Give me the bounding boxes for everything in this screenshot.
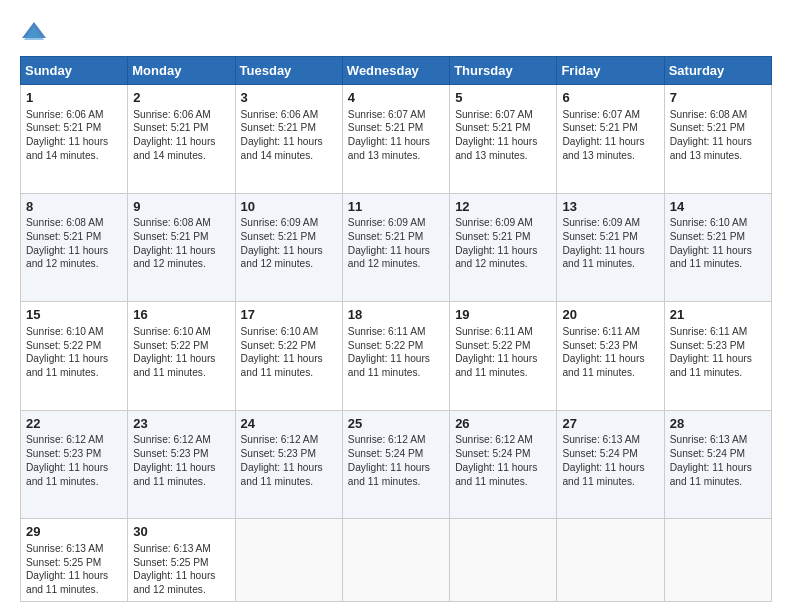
day-number: 16: [133, 306, 229, 324]
sunrise-label: Sunrise: 6:11 AM: [348, 326, 426, 337]
sunrise-label: Sunrise: 6:07 AM: [562, 109, 640, 120]
sunrise-label: Sunrise: 6:09 AM: [455, 217, 533, 228]
calendar-cell: 28Sunrise: 6:13 AMSunset: 5:24 PMDayligh…: [664, 410, 771, 519]
daylight-label: Daylight: 11 hours and 14 minutes.: [241, 136, 323, 161]
calendar-cell: 30Sunrise: 6:13 AMSunset: 5:25 PMDayligh…: [128, 519, 235, 602]
sunset-label: Sunset: 5:24 PM: [562, 448, 637, 459]
sunrise-label: Sunrise: 6:09 AM: [241, 217, 319, 228]
day-number: 11: [348, 198, 444, 216]
day-number: 4: [348, 89, 444, 107]
calendar-cell: 4Sunrise: 6:07 AMSunset: 5:21 PMDaylight…: [342, 85, 449, 194]
day-number: 13: [562, 198, 658, 216]
calendar-cell: 2Sunrise: 6:06 AMSunset: 5:21 PMDaylight…: [128, 85, 235, 194]
sunset-label: Sunset: 5:23 PM: [670, 340, 745, 351]
weekday-header-saturday: Saturday: [664, 57, 771, 85]
weekday-header-row: SundayMondayTuesdayWednesdayThursdayFrid…: [21, 57, 772, 85]
calendar-week-4: 22Sunrise: 6:12 AMSunset: 5:23 PMDayligh…: [21, 410, 772, 519]
daylight-label: Daylight: 11 hours and 12 minutes.: [133, 570, 215, 595]
day-number: 19: [455, 306, 551, 324]
day-number: 15: [26, 306, 122, 324]
day-number: 27: [562, 415, 658, 433]
day-number: 18: [348, 306, 444, 324]
daylight-label: Daylight: 11 hours and 11 minutes.: [562, 462, 644, 487]
daylight-label: Daylight: 11 hours and 13 minutes.: [455, 136, 537, 161]
daylight-label: Daylight: 11 hours and 11 minutes.: [670, 353, 752, 378]
sunset-label: Sunset: 5:21 PM: [26, 231, 101, 242]
calendar-cell: 12Sunrise: 6:09 AMSunset: 5:21 PMDayligh…: [450, 193, 557, 302]
logo-icon: [20, 18, 48, 46]
sunset-label: Sunset: 5:21 PM: [670, 231, 745, 242]
day-number: 30: [133, 523, 229, 541]
sunrise-label: Sunrise: 6:12 AM: [133, 434, 211, 445]
daylight-label: Daylight: 11 hours and 12 minutes.: [455, 245, 537, 270]
day-number: 12: [455, 198, 551, 216]
sunset-label: Sunset: 5:23 PM: [133, 448, 208, 459]
calendar-week-1: 1Sunrise: 6:06 AMSunset: 5:21 PMDaylight…: [21, 85, 772, 194]
daylight-label: Daylight: 11 hours and 11 minutes.: [26, 570, 108, 595]
calendar-week-2: 8Sunrise: 6:08 AMSunset: 5:21 PMDaylight…: [21, 193, 772, 302]
day-number: 14: [670, 198, 766, 216]
page: SundayMondayTuesdayWednesdayThursdayFrid…: [0, 0, 792, 612]
sunrise-label: Sunrise: 6:08 AM: [26, 217, 104, 228]
daylight-label: Daylight: 11 hours and 12 minutes.: [348, 245, 430, 270]
weekday-header-thursday: Thursday: [450, 57, 557, 85]
sunrise-label: Sunrise: 6:10 AM: [133, 326, 211, 337]
day-number: 23: [133, 415, 229, 433]
sunrise-label: Sunrise: 6:08 AM: [670, 109, 748, 120]
header: [20, 18, 772, 46]
daylight-label: Daylight: 11 hours and 11 minutes.: [455, 462, 537, 487]
sunrise-label: Sunrise: 6:11 AM: [670, 326, 748, 337]
logo: [20, 18, 54, 46]
calendar-cell: 3Sunrise: 6:06 AMSunset: 5:21 PMDaylight…: [235, 85, 342, 194]
sunrise-label: Sunrise: 6:12 AM: [241, 434, 319, 445]
calendar-cell: 26Sunrise: 6:12 AMSunset: 5:24 PMDayligh…: [450, 410, 557, 519]
sunrise-label: Sunrise: 6:12 AM: [455, 434, 533, 445]
day-number: 10: [241, 198, 337, 216]
calendar-cell: 15Sunrise: 6:10 AMSunset: 5:22 PMDayligh…: [21, 302, 128, 411]
day-number: 20: [562, 306, 658, 324]
sunrise-label: Sunrise: 6:12 AM: [348, 434, 426, 445]
sunrise-label: Sunrise: 6:06 AM: [26, 109, 104, 120]
day-number: 21: [670, 306, 766, 324]
sunrise-label: Sunrise: 6:11 AM: [455, 326, 533, 337]
calendar-cell: 14Sunrise: 6:10 AMSunset: 5:21 PMDayligh…: [664, 193, 771, 302]
sunset-label: Sunset: 5:21 PM: [241, 231, 316, 242]
calendar-cell: 24Sunrise: 6:12 AMSunset: 5:23 PMDayligh…: [235, 410, 342, 519]
daylight-label: Daylight: 11 hours and 11 minutes.: [348, 353, 430, 378]
sunrise-label: Sunrise: 6:08 AM: [133, 217, 211, 228]
calendar-cell: 9Sunrise: 6:08 AMSunset: 5:21 PMDaylight…: [128, 193, 235, 302]
calendar-cell: [342, 519, 449, 602]
sunset-label: Sunset: 5:22 PM: [133, 340, 208, 351]
sunset-label: Sunset: 5:22 PM: [241, 340, 316, 351]
weekday-header-tuesday: Tuesday: [235, 57, 342, 85]
sunrise-label: Sunrise: 6:12 AM: [26, 434, 104, 445]
calendar-cell: 10Sunrise: 6:09 AMSunset: 5:21 PMDayligh…: [235, 193, 342, 302]
calendar-cell: 1Sunrise: 6:06 AMSunset: 5:21 PMDaylight…: [21, 85, 128, 194]
day-number: 9: [133, 198, 229, 216]
daylight-label: Daylight: 11 hours and 11 minutes.: [133, 353, 215, 378]
sunset-label: Sunset: 5:21 PM: [241, 122, 316, 133]
day-number: 3: [241, 89, 337, 107]
sunset-label: Sunset: 5:21 PM: [455, 231, 530, 242]
daylight-label: Daylight: 11 hours and 11 minutes.: [562, 245, 644, 270]
calendar-cell: 16Sunrise: 6:10 AMSunset: 5:22 PMDayligh…: [128, 302, 235, 411]
calendar-cell: 17Sunrise: 6:10 AMSunset: 5:22 PMDayligh…: [235, 302, 342, 411]
sunset-label: Sunset: 5:21 PM: [562, 231, 637, 242]
sunrise-label: Sunrise: 6:10 AM: [241, 326, 319, 337]
sunset-label: Sunset: 5:25 PM: [133, 557, 208, 568]
sunset-label: Sunset: 5:21 PM: [133, 122, 208, 133]
day-number: 24: [241, 415, 337, 433]
sunset-label: Sunset: 5:21 PM: [455, 122, 530, 133]
calendar-cell: [664, 519, 771, 602]
sunset-label: Sunset: 5:23 PM: [26, 448, 101, 459]
calendar-cell: 23Sunrise: 6:12 AMSunset: 5:23 PMDayligh…: [128, 410, 235, 519]
daylight-label: Daylight: 11 hours and 11 minutes.: [562, 353, 644, 378]
daylight-label: Daylight: 11 hours and 11 minutes.: [670, 245, 752, 270]
sunset-label: Sunset: 5:21 PM: [133, 231, 208, 242]
calendar-cell: 29Sunrise: 6:13 AMSunset: 5:25 PMDayligh…: [21, 519, 128, 602]
sunrise-label: Sunrise: 6:07 AM: [348, 109, 426, 120]
sunset-label: Sunset: 5:23 PM: [241, 448, 316, 459]
day-number: 2: [133, 89, 229, 107]
weekday-header-wednesday: Wednesday: [342, 57, 449, 85]
sunset-label: Sunset: 5:21 PM: [670, 122, 745, 133]
